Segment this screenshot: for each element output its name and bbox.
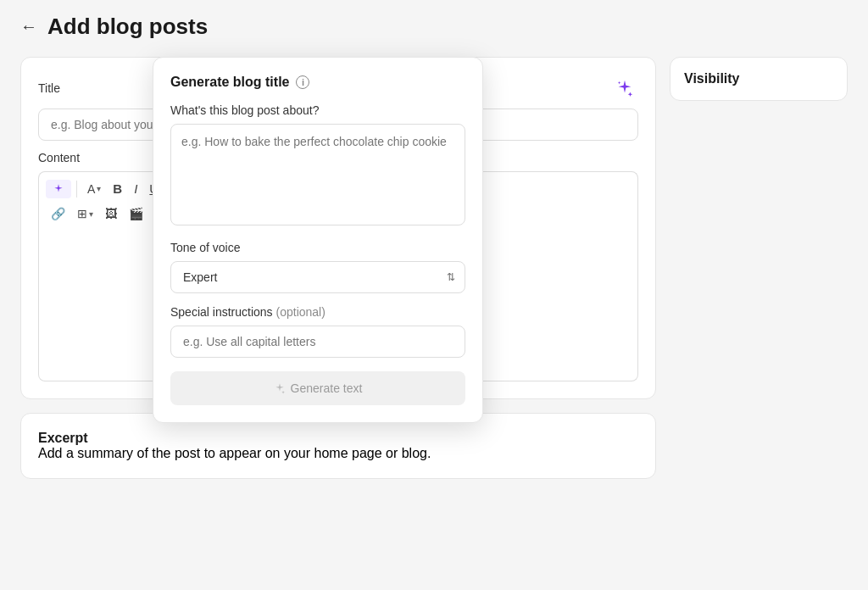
excerpt-description: Add a summary of the post to appear on y…	[38, 446, 638, 461]
special-label-text: Special instructions	[170, 305, 273, 319]
table-icon: ⊞	[77, 207, 87, 220]
bold-icon: B	[113, 181, 122, 196]
optional-text: (optional)	[276, 305, 326, 319]
special-instructions-input[interactable]	[170, 326, 465, 358]
video-icon: 🎬	[129, 207, 143, 220]
generate-sparkle-icon	[274, 382, 286, 394]
visibility-card: Visibility	[670, 57, 848, 101]
about-textarea[interactable]	[170, 124, 465, 225]
toolbar-video-button[interactable]: 🎬	[124, 203, 148, 224]
generate-text-label: Generate text	[291, 381, 363, 395]
tone-select-wrapper: Expert Friendly Formal Casual Witty ⇅	[170, 261, 465, 293]
toolbar-divider-1	[76, 181, 77, 198]
popup-title-text: Generate blog title	[170, 75, 289, 90]
popup-title: Generate blog title i	[170, 75, 465, 90]
excerpt-title: Excerpt	[38, 431, 638, 446]
toolbar-italic-button[interactable]: I	[129, 178, 142, 199]
generate-text-button[interactable]: Generate text	[170, 371, 465, 405]
italic-icon: I	[134, 181, 137, 196]
visibility-title: Visibility	[684, 71, 833, 86]
generate-popup: Generate blog title i What's this blog p…	[153, 57, 483, 423]
image-icon: 🖼	[105, 207, 117, 220]
font-icon: A	[87, 182, 95, 196]
table-caret: ▾	[89, 209, 93, 219]
toolbar-ai-button[interactable]	[46, 180, 71, 198]
tone-label: Tone of voice	[170, 241, 465, 254]
font-caret: ▾	[97, 184, 101, 193]
toolbar-link-button[interactable]: 🔗	[46, 203, 70, 224]
toolbar-font-button[interactable]: A ▾	[82, 179, 106, 199]
title-label: Title	[38, 81, 60, 95]
about-label: What's this blog post about?	[170, 103, 465, 117]
info-icon[interactable]: i	[296, 75, 309, 89]
back-button[interactable]: ←	[20, 17, 37, 36]
special-label: Special instructions (optional)	[170, 305, 465, 319]
toolbar-image-button[interactable]: 🖼	[100, 203, 122, 224]
tone-select[interactable]: Expert Friendly Formal Casual Witty	[170, 261, 465, 293]
toolbar-table-button[interactable]: ⊞ ▾	[72, 203, 98, 224]
link-icon: 🔗	[51, 207, 65, 220]
title-ai-button[interactable]	[611, 75, 638, 102]
page-title: Add blog posts	[47, 14, 208, 40]
toolbar-bold-button[interactable]: B	[108, 178, 127, 199]
